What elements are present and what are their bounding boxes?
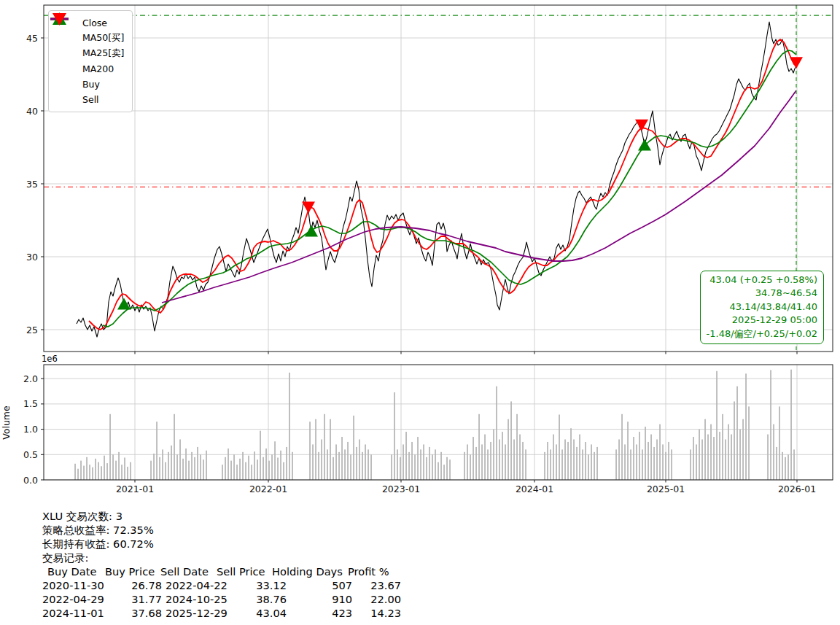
volume-bar — [770, 370, 771, 480]
volume-bar — [321, 439, 322, 480]
sell-marker — [302, 202, 315, 214]
volume-bar — [553, 435, 554, 480]
volume-bar — [168, 452, 169, 480]
volume-bar — [179, 439, 181, 480]
volume-bar — [206, 451, 207, 480]
legend-label: MA50[买] — [82, 32, 125, 44]
legend-item-ma200: MA200 — [55, 61, 125, 77]
trade-cell: 14.23 — [349, 606, 401, 620]
volume-bar — [397, 449, 398, 480]
volume-bar — [508, 419, 509, 480]
volume-bar — [286, 447, 287, 480]
volume-bar — [636, 444, 637, 480]
volume-bar — [464, 452, 465, 480]
col-sell-date: Sell Date — [160, 564, 209, 578]
volume-bar — [596, 447, 598, 480]
volume-bar — [341, 437, 343, 480]
volume-bar — [330, 419, 331, 480]
volume-bar — [92, 467, 93, 480]
volume-bar — [522, 442, 524, 480]
trade-row: 2024-11-0137.682025-12-2943.0442314.23 — [42, 606, 480, 620]
volume-bar — [191, 452, 192, 480]
volume-bar — [576, 447, 578, 480]
volume-bar — [550, 449, 551, 480]
volume-bar — [115, 461, 117, 480]
trade-cell: 2022-04-29 — [42, 592, 104, 606]
volume-bar — [242, 452, 244, 480]
volume-bar — [699, 430, 700, 480]
volume-bar — [109, 414, 111, 480]
volume-bar — [194, 457, 195, 480]
volume-bar — [165, 462, 166, 480]
volume-bar — [171, 446, 172, 480]
volume-bar — [274, 441, 276, 480]
volume-tick-label: 0.0 — [23, 475, 38, 486]
trade-count-line: XLU 交易次数: 3 — [42, 509, 480, 523]
volume-bar — [544, 452, 545, 480]
volume-bar — [344, 449, 346, 480]
volume-bar — [402, 444, 404, 480]
quote-annotation-box: 43.04 (+0.25 +0.58%) 34.78~46.54 43.14/4… — [700, 271, 824, 344]
price-tick-label: 25 — [26, 325, 38, 335]
volume-bar — [83, 466, 85, 480]
date-tick-label: 2023-01 — [382, 484, 420, 494]
volume-bar — [182, 459, 184, 480]
volume-bar — [567, 442, 569, 480]
trade-cell: 33.12 — [232, 578, 287, 592]
volume-bar — [370, 454, 372, 480]
volume-bar — [197, 447, 198, 480]
volume-bar — [639, 432, 640, 480]
volume-bar — [621, 414, 623, 480]
volume-bar — [162, 449, 163, 480]
trade-cell: 22.00 — [349, 592, 401, 606]
date-tick-label: 2025-01 — [647, 484, 685, 494]
volume-bar — [446, 457, 448, 480]
volume-bar — [268, 461, 270, 480]
trade-row: 2022-04-2931.772024-10-2538.7691022.00 — [42, 592, 480, 606]
volume-bar — [101, 466, 102, 480]
legend-item-buy: Buy — [55, 77, 125, 92]
volume-bar — [327, 449, 328, 480]
buy-triangle-icon — [55, 77, 77, 92]
volume-bar — [350, 454, 351, 480]
volume-bar — [693, 437, 694, 480]
volume-bar — [200, 454, 201, 480]
volume-bar — [153, 454, 155, 480]
legend-label: Buy — [82, 79, 100, 90]
volume-bar — [671, 449, 672, 480]
trade-cell: 507 — [298, 578, 352, 592]
volume-bar — [790, 370, 792, 480]
date-tick-label: 2026-01 — [778, 484, 816, 494]
volume-bar — [650, 435, 652, 480]
volume-bar — [347, 442, 349, 480]
col-buy-price: Buy Price — [105, 564, 155, 578]
volume-bar — [289, 373, 290, 480]
volume-bar — [496, 387, 497, 480]
date-tick-label: 2022-01 — [249, 484, 287, 494]
volume-bar — [773, 424, 774, 480]
volume-bar — [779, 406, 780, 480]
volume-bar — [271, 454, 273, 480]
volume-bar — [585, 442, 586, 480]
volume-bar — [668, 442, 669, 480]
trade-cell: 910 — [298, 592, 352, 606]
volume-bar — [443, 465, 445, 480]
volume-bar — [368, 449, 369, 480]
volume-bar — [618, 439, 620, 480]
volume-bar — [254, 451, 255, 480]
volume-bar — [338, 452, 340, 480]
volume-bar — [487, 449, 489, 480]
ma50-line-swatch — [55, 31, 77, 46]
volume-bar — [292, 452, 293, 480]
volume-bar — [728, 424, 729, 480]
volume-bar — [150, 461, 152, 480]
legend-item-ma25: MA25[卖] — [55, 46, 125, 61]
trade-table-rows: 2020-11-3026.782022-04-2233.1250723.6720… — [42, 578, 480, 620]
volume-bar — [662, 444, 664, 480]
volume-bar — [230, 461, 232, 480]
annotation-date-line: 2025-12-29 05:00 — [707, 314, 817, 327]
volume-bar — [86, 457, 88, 480]
date-tick-label: 2021-01 — [116, 484, 154, 494]
volume-bar — [130, 462, 131, 480]
volume-bar — [203, 459, 204, 480]
